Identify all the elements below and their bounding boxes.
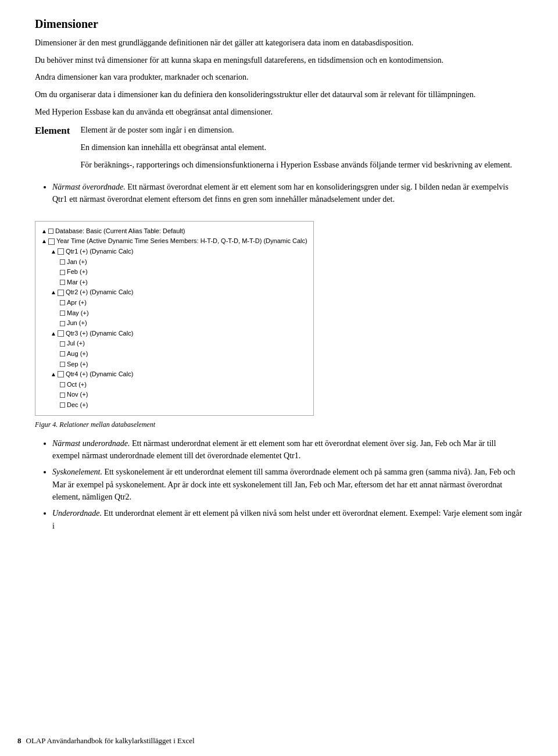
- figure-caption: Figur 4. Relationer mellan databaselemen…: [35, 420, 523, 429]
- para-4: Om du organiserar data i dimensioner kan…: [35, 88, 523, 101]
- tree-row: ▲Qtr2 (+) (Dynamic Calc): [51, 287, 307, 298]
- bullet-text-underord: Ett underordnat element är ett element p…: [52, 509, 522, 530]
- tree-row: Dec (+): [60, 400, 307, 411]
- tree-row: Jun (+): [60, 318, 307, 329]
- tree-node-text: Feb (+): [67, 267, 88, 277]
- tree-database-line: ▲ Database: Basic (Current Alias Table: …: [41, 226, 307, 237]
- tree-node-text: May (+): [67, 308, 89, 319]
- tree-node-box: [60, 341, 65, 347]
- bullet-term-under-1: Närmast underordnade.: [52, 439, 130, 448]
- bullet-term-1: Närmast överordnade.: [52, 183, 126, 191]
- tree-db-box: [48, 229, 53, 234]
- tree-node-text: Qtr3 (+) (Dynamic Calc): [66, 329, 133, 339]
- element-para-2: En dimension kan innehålla ett obegränsa…: [80, 141, 523, 154]
- element-title: Element: [35, 125, 70, 137]
- tree-row: Jan (+): [60, 257, 307, 268]
- tree-node-box: [60, 402, 65, 408]
- tree-expand-icon: ▲: [41, 237, 47, 246]
- tree-node-box: [60, 393, 65, 398]
- tree-node-text: Jan (+): [67, 257, 87, 268]
- tree-row: Oct (+): [60, 380, 307, 390]
- tree-row: Nov (+): [60, 390, 307, 400]
- tree-expand-icon: ▲: [51, 288, 56, 297]
- footer-text: OLAP Användarhandbok för kalkylarkstillä…: [26, 736, 195, 746]
- bullet-narmast-overordnade: Närmast överordnade. Ett närmast överord…: [52, 181, 523, 206]
- tree-diagram: ▲ Database: Basic (Current Alias Table: …: [35, 221, 314, 416]
- bullet-text-sysko: Ett syskonelement är ett underordnat ele…: [52, 468, 515, 501]
- bullet-syskonelement: Syskonelement. Ett syskonelement är ett …: [52, 466, 523, 504]
- bullet-underordnade: Underordnade. Ett underordnat element är…: [52, 507, 523, 532]
- tree-node-box: [58, 330, 64, 337]
- tree-row: Mar (+): [60, 277, 307, 288]
- tree-node-text: Aug (+): [67, 349, 88, 359]
- tree-node-box: [60, 270, 65, 275]
- tree-expand-icon: ▲: [51, 329, 56, 338]
- tree-node-text: Apr (+): [67, 298, 87, 308]
- element-para-1: Element är de poster som ingår i en dime…: [80, 124, 523, 137]
- tree-expand-icon: ▲: [51, 370, 56, 379]
- tree-node-box: [60, 382, 65, 387]
- tree-node-box: [58, 290, 64, 296]
- tree-row: May (+): [60, 308, 307, 319]
- tree-node-box: [60, 259, 65, 265]
- tree-node-text: Jul (+): [67, 338, 85, 349]
- tree-row: ▲Year Time (Active Dynamic Time Series M…: [41, 236, 307, 247]
- tree-node-text: Oct (+): [67, 380, 87, 390]
- element-body: Element är de poster som ingår i en dime…: [80, 124, 523, 176]
- para-5: Med Hyperion Essbase kan du använda ett …: [35, 106, 523, 119]
- tree-node-box: [58, 371, 64, 377]
- tree-expand-icon: ▲: [51, 247, 56, 256]
- tree-node-text: Year Time (Active Dynamic Time Series Me…: [56, 236, 307, 247]
- page: Dimensioner Dimensioner är den mest grun…: [0, 0, 558, 756]
- tree-node-box: [60, 280, 65, 285]
- tree-row: Apr (+): [60, 298, 307, 308]
- tree-node-box: [48, 238, 55, 245]
- tree-row: Sep (+): [60, 359, 307, 370]
- tree-node-box: [60, 362, 65, 367]
- bullet-term-underord: Underordnade.: [52, 509, 102, 518]
- para-3: Andra dimensioner kan vara produkter, ma…: [35, 71, 523, 84]
- post-figure-bullets: Närmast underordnade. Ett närmast undero…: [52, 437, 523, 533]
- tree-node-text: Qtr2 (+) (Dynamic Calc): [66, 287, 133, 298]
- tree-node-text: Jun (+): [67, 318, 87, 329]
- tree-node-box: [58, 248, 64, 255]
- tree-rows: ▲Year Time (Active Dynamic Time Series M…: [41, 236, 307, 410]
- tree-node-box: [60, 300, 65, 305]
- tree-node-box: [60, 321, 65, 326]
- tree-node-text: Nov (+): [67, 390, 88, 400]
- element-section: Element Element är de poster som ingår i…: [35, 124, 523, 180]
- bullet-term-sysko: Syskonelement.: [52, 468, 102, 476]
- tree-db-icon: ▲: [41, 227, 47, 236]
- bullet-narmast-underordnade: Närmast underordnade. Ett närmast undero…: [52, 437, 523, 462]
- tree-node-text: Qtr4 (+) (Dynamic Calc): [66, 369, 133, 380]
- tree-node-text: Mar (+): [67, 277, 88, 288]
- footer-page-number: 8: [17, 736, 22, 746]
- tree-row: Aug (+): [60, 349, 307, 359]
- para-2: Du behöver minst två dimensioner för att…: [35, 54, 523, 67]
- tree-node-box: [60, 351, 65, 356]
- tree-node-text: Qtr1 (+) (Dynamic Calc): [66, 247, 133, 257]
- tree-database-text: Database: Basic (Current Alias Table: De…: [55, 226, 185, 237]
- element-para-3: För beräknings-, rapporterings och dimen…: [80, 159, 523, 172]
- page-footer: 8 OLAP Användarhandbok för kalkylarkstil…: [0, 736, 558, 746]
- pre-figure-bullets: Närmast överordnade. Ett närmast överord…: [52, 181, 523, 206]
- main-title: Dimensioner: [35, 17, 523, 31]
- tree-node-text: Dec (+): [67, 400, 88, 411]
- para-1: Dimensioner är den mest grundläggande de…: [35, 37, 523, 49]
- tree-row: ▲Qtr1 (+) (Dynamic Calc): [51, 247, 307, 257]
- tree-row: Feb (+): [60, 267, 307, 277]
- tree-row: ▲Qtr3 (+) (Dynamic Calc): [51, 329, 307, 339]
- tree-row: ▲Qtr4 (+) (Dynamic Calc): [51, 369, 307, 380]
- tree-node-box: [60, 311, 65, 316]
- tree-row: Jul (+): [60, 338, 307, 349]
- tree-node-text: Sep (+): [67, 359, 88, 370]
